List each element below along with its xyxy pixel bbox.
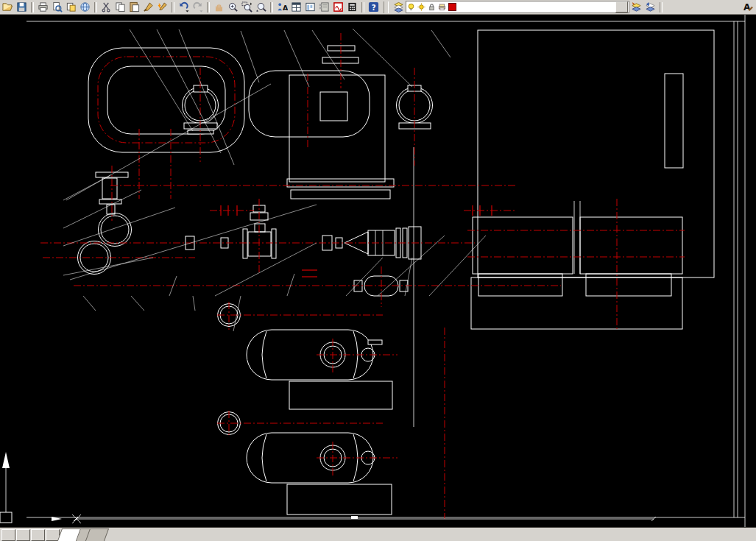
dimension-line <box>52 515 656 523</box>
sheet-frame <box>27 15 745 528</box>
tabstrip <box>65 528 107 541</box>
plot-icon[interactable] <box>36 1 50 13</box>
web-icon[interactable] <box>78 1 92 13</box>
tool-palettes-icon[interactable] <box>317 1 331 13</box>
layout-tabbar <box>0 527 756 541</box>
markup-icon[interactable] <box>331 1 345 13</box>
redo-icon[interactable] <box>191 1 205 13</box>
separator <box>361 2 364 13</box>
zoom-previous-icon[interactable] <box>254 1 268 13</box>
cut-icon[interactable] <box>99 1 113 13</box>
svg-text:A: A <box>743 2 751 13</box>
text-style-icon[interactable]: A <box>741 1 755 13</box>
tab-nav-next-button[interactable] <box>31 529 45 541</box>
undo-icon[interactable] <box>177 1 191 13</box>
separator <box>207 2 210 13</box>
layers-icon[interactable] <box>392 1 406 13</box>
piping-assembly-drawing <box>0 15 756 528</box>
zoom-window-icon[interactable] <box>240 1 254 13</box>
match-properties-icon[interactable] <box>155 1 169 13</box>
separator <box>94 2 97 13</box>
make-object-layer-current-icon[interactable] <box>629 1 643 13</box>
layer-combo[interactable] <box>406 1 629 13</box>
help-icon[interactable]: ? <box>367 1 381 13</box>
open-icon[interactable] <box>1 1 15 13</box>
cad-application: A ? A <box>0 0 756 541</box>
flange-ticks <box>221 205 492 277</box>
pan-icon[interactable] <box>212 1 226 13</box>
centerlines <box>40 33 685 519</box>
layer-plot-icon[interactable] <box>438 3 446 11</box>
find-icon[interactable]: A <box>275 1 289 13</box>
layer-on-bulb-icon[interactable] <box>407 3 415 11</box>
svg-text:?: ? <box>372 3 376 12</box>
drawing-canvas[interactable] <box>0 15 756 528</box>
publish-icon[interactable] <box>64 1 78 13</box>
matchprop-brush-icon[interactable] <box>141 1 155 13</box>
toolbar: A ? A <box>0 0 756 15</box>
layer-previous-icon[interactable] <box>643 1 657 13</box>
svg-text:A: A <box>283 4 288 12</box>
copy-icon[interactable] <box>113 1 127 13</box>
layer-freeze-sun-icon[interactable] <box>417 3 425 11</box>
separator <box>172 2 174 13</box>
tab-nav-prev-button[interactable] <box>16 529 30 541</box>
tab-navigation <box>0 528 62 541</box>
paste-icon[interactable] <box>127 1 141 13</box>
layer-lock-icon[interactable] <box>428 3 436 11</box>
tab-layout2[interactable] <box>85 528 109 541</box>
ucs-icon <box>0 452 12 523</box>
separator <box>31 2 34 13</box>
properties-icon[interactable] <box>289 1 303 13</box>
zoom-realtime-icon[interactable] <box>226 1 240 13</box>
tab-nav-first-button[interactable] <box>1 529 15 541</box>
separator <box>660 2 663 13</box>
toolbar-group-separator <box>384 1 389 13</box>
layer-combo-dropdown[interactable] <box>615 1 628 13</box>
designcenter-icon[interactable] <box>303 1 317 13</box>
quickcalc-icon[interactable] <box>345 1 359 13</box>
save-icon[interactable] <box>15 1 29 13</box>
separator <box>270 2 273 13</box>
layer-color-swatch[interactable] <box>448 3 456 11</box>
equipment-outlines <box>78 46 684 515</box>
print-preview-icon[interactable] <box>50 1 64 13</box>
